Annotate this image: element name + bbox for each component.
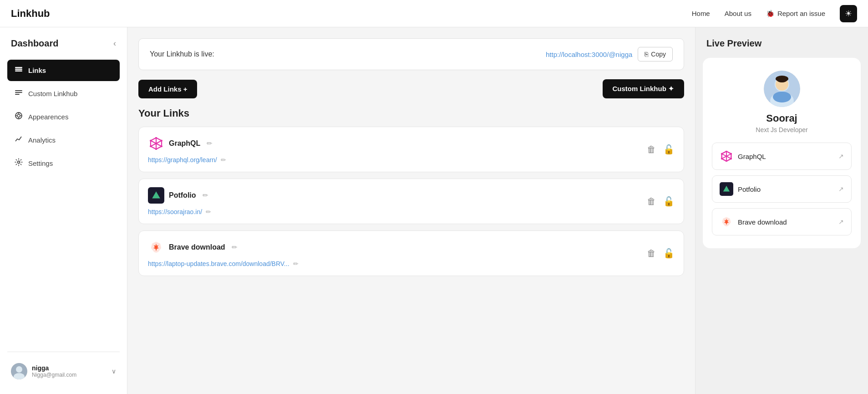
link-card-top: GraphQL ✏ [148, 135, 675, 152]
user-details: nigga Nigga@gmail.com [32, 364, 107, 378]
live-url-link[interactable]: http://localhost:3000/@nigga [546, 51, 632, 58]
sidebar-item-settings[interactable]: Settings [7, 153, 120, 174]
sidebar-item-custom-linkhub[interactable]: Custom Linkhub [7, 83, 120, 104]
graphql-lock-button[interactable]: 🔓 [663, 144, 675, 155]
preview-brave-name: Brave download [738, 218, 787, 226]
sidebar-appearances-label: Appearences [28, 113, 68, 121]
brave-lock-button[interactable]: 🔓 [663, 248, 675, 259]
brave-edit-url-button[interactable]: ✏ [293, 260, 299, 267]
preview-link-graphql[interactable]: GraphQL ↗ [712, 143, 852, 170]
preview-potfolio-icon [720, 182, 733, 196]
brave-title: Brave download [169, 243, 225, 251]
sidebar-item-appearances[interactable]: Appearences [7, 106, 120, 128]
potfolio-delete-button[interactable]: 🗑 [647, 196, 656, 207]
preview-links: GraphQL ↗ Potfolio ↗ [712, 143, 852, 235]
brave-delete-button[interactable]: 🗑 [647, 248, 656, 259]
topnav: Linkhub Home About us 🐞 Report an issue … [0, 0, 868, 27]
custom-linkhub-button[interactable]: Custom Linkhub ✦ [603, 79, 685, 98]
svg-point-7 [17, 114, 20, 117]
svg-point-30 [773, 92, 791, 102]
links-icon [15, 65, 23, 76]
potfolio-title: Potfolio [169, 191, 196, 200]
svg-point-24 [150, 140, 152, 142]
graphql-edit-url-button[interactable]: ✏ [221, 156, 226, 164]
sun-icon: ☀ [845, 9, 852, 19]
svg-rect-2 [15, 71, 22, 72]
sidebar-item-analytics[interactable]: Analytics [7, 129, 120, 151]
potfolio-lock-button[interactable]: 🔓 [663, 196, 675, 207]
preview-graphql-icon [720, 149, 733, 163]
preview-card: Sooraj Next Js Developer [703, 58, 861, 248]
sidebar-collapse-button[interactable]: ‹ [113, 39, 116, 48]
link-card-potfolio: Potfolio ✏ https://soorajrao.in/ ✏ 🗑 🔓 [138, 179, 684, 224]
preview-brave-icon [720, 215, 733, 229]
svg-marker-44 [723, 186, 730, 192]
graphql-title: GraphQL [169, 139, 200, 148]
graphql-link-icon [148, 135, 164, 152]
copy-icon: ⎘ [645, 51, 648, 58]
potfolio-edit-url-button[interactable]: ✏ [206, 208, 211, 215]
external-link-icon-potfolio: ↗ [838, 185, 844, 193]
graphql-delete-button[interactable]: 🗑 [647, 144, 656, 155]
avatar [11, 363, 27, 379]
svg-point-12 [18, 161, 20, 164]
appearances-icon [15, 112, 23, 122]
link-cards: GraphQL ✏ https://graphql.org/learn/ ✏ 🗑… [138, 127, 684, 276]
preview-link-brave-left: Brave download [720, 215, 787, 229]
live-url-bar: Your Linkhub is live: http://localhost:3… [138, 38, 684, 70]
your-links-title: Your Links [138, 107, 684, 119]
sidebar-nav: Links Custom Linkhub Appearences Analyti… [7, 60, 120, 352]
app-logo: Linkhub [11, 8, 50, 20]
preview-link-potfolio-left: Potfolio [720, 182, 761, 196]
sidebar-item-links[interactable]: Links [7, 60, 120, 81]
preview-link-graphql-left: GraphQL [720, 149, 766, 163]
potfolio-actions: 🗑 🔓 [647, 196, 675, 207]
theme-toggle-button[interactable]: ☀ [840, 5, 857, 22]
potfolio-url[interactable]: https://soorajrao.in/ [148, 208, 202, 215]
copy-button[interactable]: ⎘ Copy [638, 47, 673, 61]
sidebar-settings-label: Settings [28, 159, 53, 167]
add-links-button[interactable]: Add Links + [138, 80, 197, 98]
graphql-actions: 🗑 🔓 [647, 144, 675, 155]
live-preview-panel: Live Preview Sooraj Next Js Developer [695, 27, 868, 394]
topnav-right: Home About us 🐞 Report an issue ☀ [692, 5, 857, 22]
external-link-icon-brave: ↗ [838, 218, 844, 225]
live-preview-title: Live Preview [703, 38, 861, 49]
main-content: Your Linkhub is live: http://localhost:3… [127, 27, 695, 394]
settings-icon [15, 158, 23, 169]
preview-link-brave[interactable]: Brave download ↗ [712, 208, 852, 235]
sidebar-custom-label: Custom Linkhub [28, 90, 77, 97]
brave-link-icon [148, 239, 164, 256]
report-issue-button[interactable]: 🐞 Report an issue [766, 10, 825, 18]
graphql-url[interactable]: https://graphql.org/learn/ [148, 156, 217, 164]
preview-user-name: Sooraj [766, 113, 797, 124]
external-link-icon: ↗ [838, 153, 844, 160]
graphql-edit-title-button[interactable]: ✏ [207, 139, 213, 148]
potfolio-edit-title-button[interactable]: ✏ [203, 191, 208, 200]
svg-rect-1 [15, 69, 22, 70]
brave-actions: 🗑 🔓 [647, 248, 675, 259]
brave-edit-title-button[interactable]: ✏ [232, 243, 238, 251]
svg-rect-0 [15, 67, 22, 68]
sidebar-header: Dashboard ‹ [7, 38, 120, 49]
svg-point-22 [161, 145, 162, 147]
home-link[interactable]: Home [692, 10, 710, 17]
preview-avatar [764, 71, 800, 107]
link-card-graphql: GraphQL ✏ https://graphql.org/learn/ ✏ 🗑… [138, 127, 684, 172]
sidebar-analytics-label: Analytics [28, 136, 56, 144]
about-link[interactable]: About us [725, 10, 751, 17]
svg-point-33 [777, 79, 787, 82]
svg-point-21 [161, 140, 162, 142]
svg-point-25 [150, 145, 152, 147]
sidebar-links-label: Links [28, 67, 46, 74]
action-row: Add Links + Custom Linkhub ✦ [138, 79, 684, 98]
user-email: Nigga@gmail.com [32, 372, 107, 378]
brave-url[interactable]: https://laptop-updates.brave.com/downloa… [148, 260, 289, 267]
preview-graphql-name: GraphQL [738, 153, 766, 160]
user-menu[interactable]: nigga Nigga@gmail.com ∨ [7, 359, 120, 383]
potfolio-link-icon [148, 187, 164, 204]
bug-icon: 🐞 [766, 10, 775, 18]
user-name: nigga [32, 364, 107, 372]
preview-link-potfolio[interactable]: Potfolio ↗ [712, 175, 852, 203]
layout: Dashboard ‹ Links Custom Linkhub Appe [0, 0, 868, 394]
